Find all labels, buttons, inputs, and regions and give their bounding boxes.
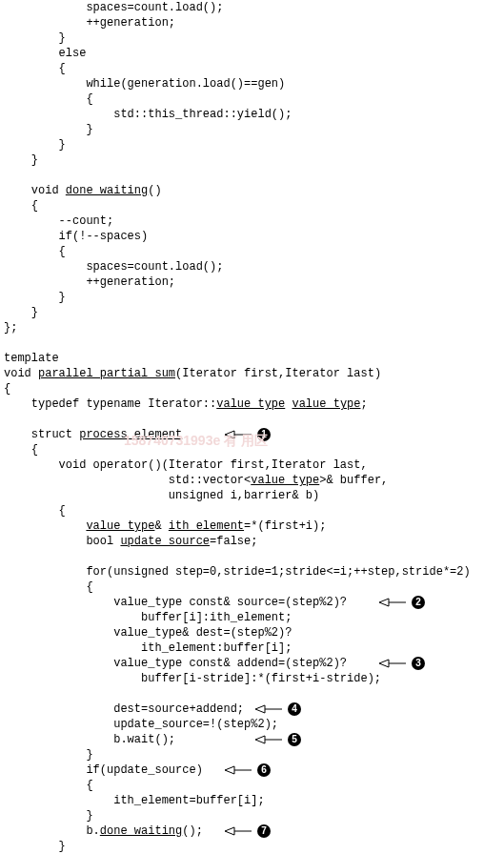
code-line: [4, 686, 500, 702]
code-line: {: [4, 61, 500, 76]
code-line: spaces=count.load();: [4, 259, 500, 274]
callout-badge: 3: [412, 657, 425, 670]
code-line: else: [4, 46, 500, 61]
arrow-icon: [379, 595, 408, 610]
code-text: [4, 686, 10, 702]
code-line: value_type const& addend=(step%2)?3: [4, 656, 500, 671]
code-line: {: [4, 580, 500, 595]
callout-annotation: 1: [225, 427, 271, 442]
code-text: while(generation.load()==gen): [4, 76, 285, 92]
code-line: {: [4, 381, 500, 396]
code-text: value_type const& source=(step%2)?: [4, 595, 347, 610]
code-line: {: [4, 198, 500, 214]
code-text: [4, 168, 10, 183]
code-text: value_type& dest=(step%2)?: [4, 625, 292, 640]
arrow-icon: [255, 732, 284, 747]
callout-annotation: 4: [255, 702, 301, 717]
code-text: }: [4, 808, 93, 824]
code-text: ith_element=buffer[i];: [4, 793, 265, 808]
code-line: void done_waiting(): [4, 183, 500, 198]
code-line: std::this_thread::yield();: [4, 107, 500, 122]
code-text: {: [4, 503, 66, 518]
code-text: void parallel_partial_sum(Iterator first…: [4, 366, 381, 381]
arrow-icon: [379, 656, 408, 671]
code-line: }: [4, 152, 500, 168]
code-text: value_type& ith_element=*(first+i);: [4, 518, 326, 534]
code-line: }: [4, 30, 500, 46]
code-line: dest=source+addend;4: [4, 702, 500, 717]
code-line: update_source=!(step%2);: [4, 717, 500, 732]
code-line: }: [4, 747, 500, 762]
code-text: bool update_source=false;: [4, 534, 257, 549]
code-text: buffer[i]:ith_element;: [4, 610, 292, 625]
code-line: void operator()(Iterator first,Iterator …: [4, 458, 500, 473]
code-text: {: [4, 92, 93, 107]
callout-annotation: 5: [255, 732, 301, 747]
code-text: [4, 549, 10, 564]
code-text: }: [4, 137, 66, 152]
code-line: [4, 168, 500, 183]
code-line: }: [4, 808, 500, 824]
code-line: };: [4, 320, 500, 336]
code-line: {: [4, 503, 500, 518]
code-text: {: [4, 580, 93, 595]
callout-badge: 2: [412, 596, 425, 609]
code-text: {: [4, 381, 10, 396]
code-text: for(unsigned step=0,stride=1;stride<=i;+…: [4, 564, 471, 580]
code-text: template: [4, 351, 59, 366]
callout-badge: 5: [288, 733, 301, 746]
code-text: ++generation;: [4, 274, 175, 290]
code-line: [4, 549, 500, 564]
code-text: }: [4, 839, 66, 854]
code-line: }: [4, 290, 500, 305]
code-line: buffer[i]:ith_element;: [4, 610, 500, 625]
code-line: ith_element:buffer[i];: [4, 640, 500, 656]
code-text: }: [4, 122, 93, 137]
code-line: {: [4, 92, 500, 107]
callout-badge: 1: [257, 428, 271, 441]
callout-annotation: 3: [379, 656, 425, 671]
callout-badge: 6: [257, 763, 271, 777]
code-line: {: [4, 778, 500, 793]
code-text: {: [4, 61, 66, 76]
code-listing: spaces=count.load(); ++generation; } els…: [4, 0, 500, 854]
code-text: ith_element:buffer[i];: [4, 640, 292, 656]
code-line: std::vector<value_type>& buffer,: [4, 473, 500, 488]
arrow-icon: [225, 427, 253, 442]
code-text: }: [4, 152, 38, 168]
code-line: struct process_element1: [4, 427, 500, 442]
code-text: }: [4, 305, 38, 320]
code-text: --count;: [4, 214, 113, 229]
code-text: {: [4, 198, 38, 214]
code-line: }: [4, 122, 500, 137]
code-text: {: [4, 244, 66, 259]
code-line: typedef typename Iterator::value_type va…: [4, 396, 500, 412]
code-text: buffer[i-stride]:*(first+i-stride);: [4, 671, 381, 686]
code-line: if(!--spaces): [4, 229, 500, 244]
code-text: value_type const& addend=(step%2)?: [4, 656, 347, 671]
arrow-icon: [225, 762, 253, 778]
code-line: if(update_source)6: [4, 762, 500, 778]
code-line: --count;: [4, 214, 500, 229]
code-text: void done_waiting(): [4, 183, 162, 198]
code-line: value_type& ith_element=*(first+i);: [4, 518, 500, 534]
code-line: {: [4, 244, 500, 259]
code-line: spaces=count.load();: [4, 0, 500, 15]
code-line: value_type const& source=(step%2)?2: [4, 595, 500, 610]
code-line: void parallel_partial_sum(Iterator first…: [4, 366, 500, 381]
code-line: }: [4, 305, 500, 320]
code-text: [4, 412, 10, 427]
code-text: else: [4, 46, 86, 61]
code-text: [4, 336, 10, 351]
code-line: ++generation;: [4, 274, 500, 290]
code-line: ++generation;: [4, 15, 500, 30]
code-text: update_source=!(step%2);: [4, 717, 278, 732]
code-line: value_type& dest=(step%2)?: [4, 625, 500, 640]
code-line: [4, 412, 500, 427]
callout-annotation: 6: [225, 762, 271, 778]
code-text: {: [4, 442, 38, 458]
arrow-icon: [255, 702, 284, 717]
code-text: typedef typename Iterator::value_type va…: [4, 396, 368, 412]
code-line: b.done_waiting();7: [4, 824, 500, 839]
code-text: b.done_waiting();: [4, 824, 203, 839]
